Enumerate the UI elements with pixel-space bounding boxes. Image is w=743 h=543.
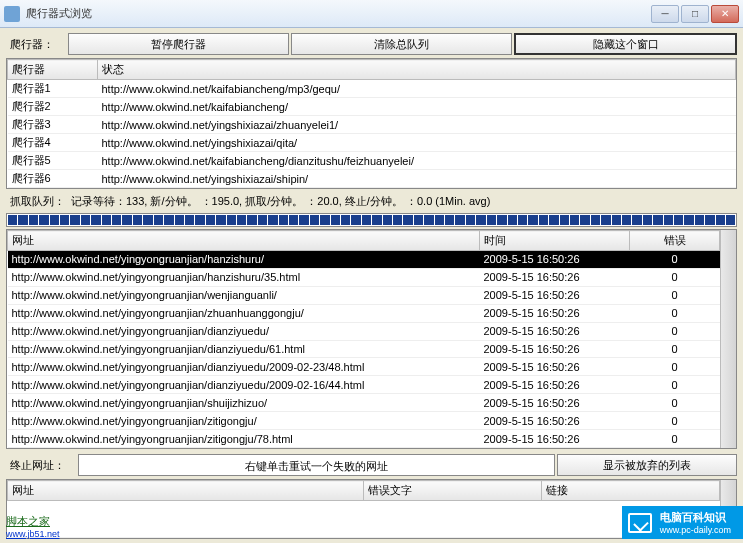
url-col-url[interactable]: 网址 bbox=[8, 231, 480, 251]
terminated-table: 网址 错误文字 链接 bbox=[7, 480, 720, 538]
progress-segment bbox=[102, 215, 111, 225]
watermark-badge: 电脑百科知识 www.pc-daily.com bbox=[622, 506, 743, 539]
table-row[interactable]: 爬行器2http://www.okwind.net/kaifabiancheng… bbox=[8, 98, 736, 116]
err-cell: 0 bbox=[630, 340, 720, 358]
progress-segment bbox=[299, 215, 308, 225]
crawler-status: http://www.okwind.net/yingshixiazai/zhua… bbox=[98, 116, 736, 134]
time-cell: 2009-5-15 16:50:26 bbox=[480, 394, 630, 412]
maximize-button[interactable]: □ bbox=[681, 5, 709, 23]
url-cell: http://www.okwind.net/yingyongruanjian/h… bbox=[8, 268, 480, 286]
table-row[interactable]: http://www.okwind.net/yingyongruanjian/d… bbox=[8, 340, 720, 358]
crawler-status: http://www.okwind.net/yingshixiazai/ship… bbox=[98, 170, 736, 188]
time-cell: 2009-5-15 16:50:26 bbox=[480, 340, 630, 358]
progress-segment bbox=[632, 215, 641, 225]
time-cell: 2009-5-15 16:50:26 bbox=[480, 322, 630, 340]
table-row[interactable] bbox=[8, 501, 720, 538]
url-col-time[interactable]: 时间 bbox=[480, 231, 630, 251]
crawler-name: 爬行器5 bbox=[8, 152, 98, 170]
terminated-row: 终止网址： 右键单击重试一个失败的网址 显示被放弃的列表 bbox=[6, 453, 737, 477]
progress-segment bbox=[112, 215, 121, 225]
crawler-col-name[interactable]: 爬行器 bbox=[8, 60, 98, 80]
crawler-name: 爬行器2 bbox=[8, 98, 98, 116]
progress-segment bbox=[185, 215, 194, 225]
err-cell: 0 bbox=[630, 412, 720, 430]
close-button[interactable]: ✕ bbox=[711, 5, 739, 23]
content-area: 爬行器： 暂停爬行器 清除总队列 隐藏这个窗口 爬行器 状态 爬行器1http:… bbox=[0, 28, 743, 543]
url-cell: http://www.okwind.net/yingyongruanjian/z… bbox=[8, 412, 480, 430]
progress-segment bbox=[310, 215, 319, 225]
crawler-status: http://www.okwind.net/kaifabiancheng/mp3… bbox=[98, 80, 736, 98]
err-cell: 0 bbox=[630, 304, 720, 322]
footer-site1[interactable]: 脚本之家 bbox=[6, 515, 50, 527]
progress-segment bbox=[487, 215, 496, 225]
crawler-status: http://www.okwind.net/kaifabiancheng/dia… bbox=[98, 152, 736, 170]
progress-segment bbox=[341, 215, 350, 225]
hide-window-button[interactable]: 隐藏这个窗口 bbox=[514, 33, 737, 55]
url-col-err[interactable]: 错误 bbox=[630, 231, 720, 251]
progress-segment bbox=[372, 215, 381, 225]
url-scrollbar[interactable] bbox=[720, 230, 736, 448]
progress-segment bbox=[424, 215, 433, 225]
table-row[interactable]: http://www.okwind.net/yingyongruanjian/w… bbox=[8, 286, 720, 304]
badge-text: 电脑百科知识 bbox=[660, 510, 731, 525]
progress-segment bbox=[70, 215, 79, 225]
crawler-name: 爬行器4 bbox=[8, 134, 98, 152]
window-title: 爬行器式浏览 bbox=[26, 6, 651, 21]
progress-segment bbox=[497, 215, 506, 225]
minimize-button[interactable]: ─ bbox=[651, 5, 679, 23]
crawler-col-status[interactable]: 状态 bbox=[98, 60, 736, 80]
table-row[interactable]: http://www.okwind.net/yingyongruanjian/d… bbox=[8, 322, 720, 340]
progress-segment bbox=[39, 215, 48, 225]
progress-segment bbox=[580, 215, 589, 225]
table-row[interactable]: http://www.okwind.net/yingyongruanjian/h… bbox=[8, 268, 720, 286]
table-row[interactable]: 爬行器5http://www.okwind.net/kaifabiancheng… bbox=[8, 152, 736, 170]
table-row[interactable]: http://www.okwind.net/yingyongruanjian/h… bbox=[8, 251, 720, 269]
progress-segment bbox=[320, 215, 329, 225]
progress-segment bbox=[705, 215, 714, 225]
term-col-url[interactable]: 网址 bbox=[8, 481, 364, 501]
app-icon bbox=[4, 6, 20, 22]
show-abandoned-button[interactable]: 显示被放弃的列表 bbox=[557, 454, 737, 476]
footer-site2[interactable]: www.jb51.net bbox=[6, 529, 60, 539]
table-row[interactable]: http://www.okwind.net/yingyongruanjian/d… bbox=[8, 376, 720, 394]
progress-segment bbox=[403, 215, 412, 225]
url-cell: http://www.okwind.net/yingyongruanjian/s… bbox=[8, 394, 480, 412]
progress-segment bbox=[331, 215, 340, 225]
table-row[interactable]: 爬行器4http://www.okwind.net/yingshixiazai/… bbox=[8, 134, 736, 152]
progress-segment bbox=[216, 215, 225, 225]
progress-segment bbox=[508, 215, 517, 225]
progress-segment bbox=[653, 215, 662, 225]
progress-segment bbox=[393, 215, 402, 225]
table-row[interactable]: http://www.okwind.net/yingyongruanjian/z… bbox=[8, 304, 720, 322]
progress-segment bbox=[591, 215, 600, 225]
table-row[interactable]: http://www.okwind.net/yingyongruanjian/z… bbox=[8, 430, 720, 448]
progress-segment bbox=[664, 215, 673, 225]
crawler-table-frame: 爬行器 状态 爬行器1http://www.okwind.net/kaifabi… bbox=[6, 58, 737, 189]
table-row[interactable]: 爬行器6http://www.okwind.net/yingshixiazai/… bbox=[8, 170, 736, 188]
progress-bar bbox=[6, 213, 737, 227]
progress-segment bbox=[528, 215, 537, 225]
time-cell: 2009-5-15 16:50:26 bbox=[480, 358, 630, 376]
progress-segment bbox=[684, 215, 693, 225]
err-cell: 0 bbox=[630, 322, 720, 340]
url-cell: http://www.okwind.net/yingyongruanjian/d… bbox=[8, 358, 480, 376]
clear-queue-button[interactable]: 清除总队列 bbox=[291, 33, 512, 55]
progress-segment bbox=[414, 215, 423, 225]
titlebar: 爬行器式浏览 ─ □ ✕ bbox=[0, 0, 743, 28]
pause-crawler-button[interactable]: 暂停爬行器 bbox=[68, 33, 289, 55]
progress-segment bbox=[476, 215, 485, 225]
table-row[interactable]: http://www.okwind.net/yingyongruanjian/d… bbox=[8, 358, 720, 376]
time-cell: 2009-5-15 16:50:26 bbox=[480, 412, 630, 430]
table-row[interactable]: http://www.okwind.net/yingyongruanjian/s… bbox=[8, 394, 720, 412]
term-col-link[interactable]: 链接 bbox=[542, 481, 720, 501]
err-cell: 0 bbox=[630, 286, 720, 304]
term-col-errtext[interactable]: 错误文字 bbox=[364, 481, 542, 501]
progress-segment bbox=[716, 215, 725, 225]
table-row[interactable]: http://www.okwind.net/yingyongruanjian/z… bbox=[8, 412, 720, 430]
progress-segment bbox=[206, 215, 215, 225]
queue-row: 抓取队列： 记录等待：133, 新/分钟。 ：195.0, 抓取/分钟。 ：20… bbox=[6, 191, 737, 211]
table-row[interactable]: 爬行器1http://www.okwind.net/kaifabiancheng… bbox=[8, 80, 736, 98]
err-cell: 0 bbox=[630, 268, 720, 286]
monitor-icon bbox=[628, 513, 652, 533]
table-row[interactable]: 爬行器3http://www.okwind.net/yingshixiazai/… bbox=[8, 116, 736, 134]
